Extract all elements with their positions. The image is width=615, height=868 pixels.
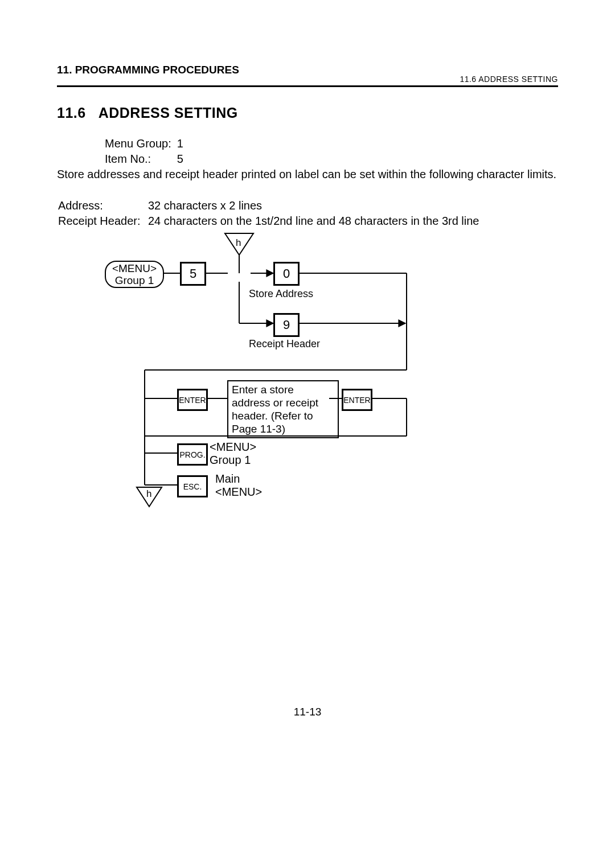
menu-group-label: Menu Group: [105, 137, 176, 151]
section-name: ADDRESS SETTING [99, 105, 238, 121]
key-5-box: 5 [180, 262, 206, 286]
esc-destination: Main <MENU> [215, 472, 262, 499]
top-triangle-label: h [236, 237, 241, 249]
address-label: Address: [58, 199, 147, 213]
menu-group-box-text: <MENU> Group 1 [112, 262, 157, 286]
address-value: 32 characters x 2 lines [148, 199, 479, 213]
receipt-header-value: 24 characters on the 1st/2nd line and 48… [148, 214, 479, 228]
prog-key: PROG. [177, 443, 208, 466]
svg-marker-20 [137, 487, 162, 507]
section-reference: 11.6 ADDRESS SETTING [460, 75, 558, 84]
esc-label: ESC. [183, 482, 202, 491]
bottom-triangle-label: h [146, 488, 151, 500]
limits-table: Address: 32 characters x 2 lines Receipt… [57, 198, 480, 229]
enter-label-left: ENTER [179, 396, 206, 405]
item-no-label: Item No.: [105, 152, 176, 166]
flowchart-lines [0, 0, 615, 868]
key-0-box: 0 [273, 262, 300, 286]
page-number: 11-13 [0, 706, 615, 718]
meta-table: Menu Group: 1 Item No.: 5 [104, 135, 184, 167]
enter-label-right: ENTER [343, 396, 370, 405]
instruction-box: Enter a store address or receipt header.… [227, 380, 339, 438]
menu-group-value: 1 [177, 137, 183, 151]
intro-paragraph: Store addresses and receipt header print… [57, 167, 558, 182]
receipt-header-label: Receipt Header: [58, 214, 147, 228]
menu-group-box: <MENU> Group 1 [105, 261, 164, 288]
flowchart: <MENU> Group 1 5 0 Store Address 9 Recei… [0, 0, 615, 868]
key-0-label: 0 [283, 266, 290, 281]
prog-label: PROG. [179, 450, 205, 459]
section-number: 11.6 [57, 105, 86, 121]
section-title: 11.6ADDRESS SETTING [57, 105, 238, 121]
esc-key: ESC. [177, 475, 208, 497]
receipt-header-flow-label: Receipt Header [249, 338, 320, 350]
store-address-label: Store Address [249, 288, 313, 300]
key-5-label: 5 [190, 266, 196, 281]
enter-key-left: ENTER [177, 389, 208, 411]
svg-marker-0 [225, 233, 253, 255]
key-9-label: 9 [283, 318, 290, 332]
item-no-value: 5 [177, 152, 183, 166]
instruction-text: Enter a store address or receipt header.… [232, 384, 318, 435]
key-9-box: 9 [273, 313, 300, 337]
enter-key-right: ENTER [342, 389, 372, 411]
header-rule [57, 85, 558, 87]
chapter-heading: 11. PROGRAMMING PROCEDURES [57, 64, 239, 76]
prog-destination: <MENU> Group 1 [210, 441, 256, 467]
